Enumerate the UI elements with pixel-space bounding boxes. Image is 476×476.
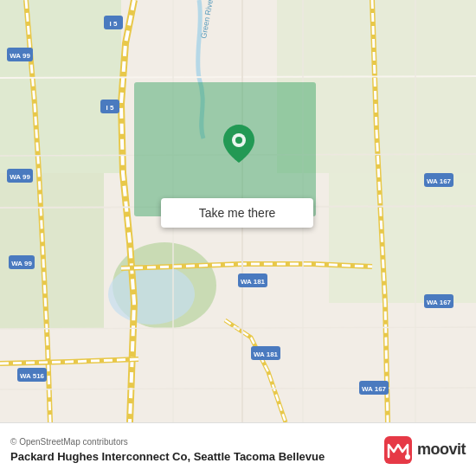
svg-text:WA 167: WA 167: [362, 385, 387, 393]
copyright-text: © OpenStreetMap contributors: [10, 437, 325, 447]
svg-text:I 5: I 5: [110, 20, 118, 28]
svg-rect-1: [0, 0, 121, 173]
svg-text:WA 167: WA 167: [427, 177, 452, 185]
svg-point-43: [405, 454, 410, 460]
svg-text:WA 181: WA 181: [241, 278, 266, 286]
moovit-text: moovit: [417, 441, 466, 459]
take-me-there-button[interactable]: Take me there: [161, 198, 313, 228]
location-name: Packard Hughes Interconnect Co, Seattle …: [10, 450, 325, 463]
svg-point-6: [108, 264, 195, 325]
svg-text:WA 167: WA 167: [427, 299, 452, 306]
svg-rect-2: [0, 173, 104, 329]
app: Green River I 5 I 5 WA 99 WA 99 WA 99 WA…: [0, 0, 476, 476]
moovit-logo[interactable]: moovit: [384, 436, 466, 464]
svg-text:WA 516: WA 516: [20, 372, 45, 380]
moovit-icon: [384, 436, 412, 464]
svg-text:WA 181: WA 181: [254, 351, 279, 358]
bottom-bar: © OpenStreetMap contributors Packard Hug…: [0, 422, 476, 476]
svg-text:WA 99: WA 99: [11, 260, 32, 267]
svg-point-41: [235, 137, 242, 144]
svg-rect-5: [329, 173, 476, 303]
svg-text:I 5: I 5: [106, 104, 114, 112]
map-container: Green River I 5 I 5 WA 99 WA 99 WA 99 WA…: [0, 0, 476, 422]
svg-text:WA 99: WA 99: [10, 52, 30, 60]
svg-text:WA 99: WA 99: [10, 173, 30, 181]
bottom-left: © OpenStreetMap contributors Packard Hug…: [10, 437, 325, 463]
location-pin: [223, 128, 254, 159]
